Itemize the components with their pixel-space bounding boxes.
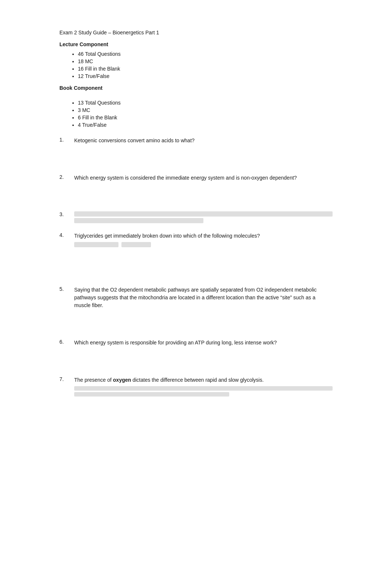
question-4: 4. Triglycerides get immediately broken … <box>59 232 333 249</box>
question-7: 7. The presence of oxygen dictates the d… <box>59 376 333 398</box>
question-7-text-after: dictates the difference between rapid an… <box>131 377 264 383</box>
lecture-bullet-2: 18 MC <box>78 58 333 64</box>
lecture-bullet-1: 46 Total Questions <box>78 51 333 57</box>
book-bullets-list: 13 Total Questions 3 MC 6 Fill in the Bl… <box>59 100 333 128</box>
redacted-q7-line-1 <box>74 386 333 391</box>
question-7-area: The presence of oxygen dictates the diff… <box>74 376 333 398</box>
question-4-sub-redacted <box>74 242 333 249</box>
book-bullet-3: 6 Fill in the Blank <box>78 115 333 120</box>
question-3-number: 3. <box>59 211 74 217</box>
question-6: 6. Which energy system is responsible fo… <box>59 339 333 347</box>
question-2-text: Which energy system is considered the im… <box>74 174 333 182</box>
book-bullet-4: 4 True/False <box>78 122 333 128</box>
lecture-bullets-list: 46 Total Questions 18 MC 16 Fill in the … <box>59 51 333 79</box>
lecture-heading: Lecture Component <box>59 41 333 47</box>
question-6-number: 6. <box>59 339 74 345</box>
question-3-redacted <box>74 211 333 225</box>
redacted-line-1 <box>74 211 333 217</box>
question-6-text: Which energy system is responsible for p… <box>74 339 333 347</box>
question-4-text: Triglycerides get immediately broken dow… <box>74 233 260 239</box>
lecture-bullet-3: 16 Fill in the Blank <box>78 66 333 72</box>
page-container: Exam 2 Study Guide – Bioenergetics Part … <box>37 0 355 435</box>
question-7-number: 7. <box>59 376 74 382</box>
redacted-sub-1 <box>74 242 118 247</box>
question-1-number: 1. <box>59 137 74 143</box>
page-title: Exam 2 Study Guide – Bioenergetics Part … <box>59 30 333 35</box>
question-4-area: Triglycerides get immediately broken dow… <box>74 232 333 249</box>
question-5-number: 5. <box>59 286 74 292</box>
question-1-text: Ketogenic conversions convert amino acid… <box>74 137 333 144</box>
redacted-line-2 <box>74 218 203 223</box>
book-bullet-1: 13 Total Questions <box>78 100 333 106</box>
question-4-number: 4. <box>59 232 74 238</box>
question-1: 1. Ketogenic conversions convert amino a… <box>59 137 333 144</box>
redacted-sub-2 <box>121 242 151 247</box>
redacted-q7-line-2 <box>74 392 229 397</box>
question-5: 5. Saying that the O2 dependent metaboli… <box>59 286 333 309</box>
book-heading: Book Component <box>59 85 333 91</box>
question-3: 3. <box>59 211 333 225</box>
book-bullet-2: 3 MC <box>78 107 333 113</box>
question-2: 2. Which energy system is considered the… <box>59 174 333 182</box>
question-2-number: 2. <box>59 174 74 180</box>
questions-section: 1. Ketogenic conversions convert amino a… <box>59 137 333 398</box>
lecture-bullet-4: 12 True/False <box>78 73 333 79</box>
question-7-redacted-bottom <box>74 386 333 397</box>
question-7-text-before: The presence of <box>74 377 113 383</box>
question-7-bold-word: oxygen <box>113 377 131 383</box>
question-5-text: Saying that the O2 dependent metabolic p… <box>74 286 333 309</box>
